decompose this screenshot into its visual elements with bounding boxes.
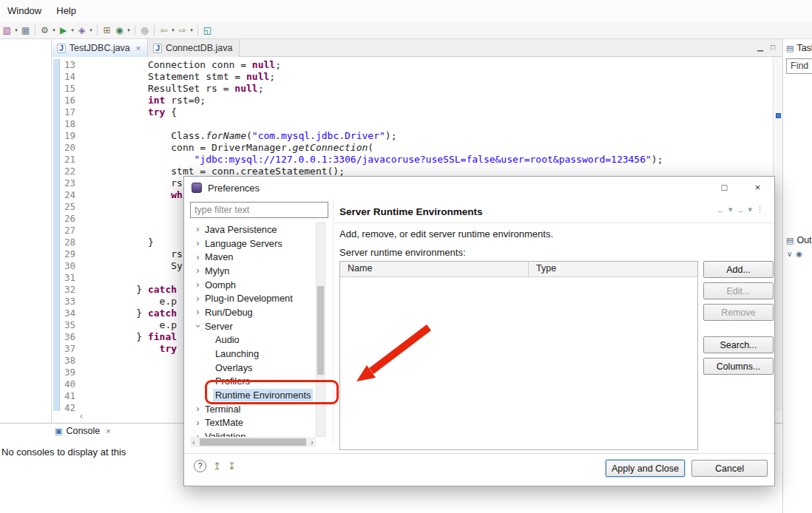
tree-item-java-persistence[interactable]: ›Java Persistence: [190, 222, 315, 237]
column-header-name[interactable]: Name: [340, 262, 529, 276]
column-header-type[interactable]: Type: [529, 262, 697, 276]
preferences-tree[interactable]: ›Java Persistence›Language Servers›Maven…: [190, 222, 315, 437]
server-table-label: Server runtime environments:: [339, 247, 466, 258]
help-icon[interactable]: ?: [194, 460, 206, 472]
dropdown-caret-icon[interactable]: ▾: [189, 27, 194, 33]
dropdown-caret-icon[interactable]: ▾: [170, 27, 176, 33]
outline-view-header[interactable]: ▤ Out: [783, 231, 812, 245]
save-icon[interactable]: ▦: [19, 25, 32, 35]
chevron-collapsed-icon[interactable]: ›: [193, 238, 203, 248]
tree-item-mylyn[interactable]: ›Mylyn: [190, 264, 315, 278]
chevron-collapsed-icon[interactable]: ›: [193, 418, 203, 428]
edit-button[interactable]: Edit...: [703, 282, 774, 299]
tree-item-maven[interactable]: ›Maven: [190, 250, 315, 264]
dialog-button-column: Add...Edit...RemoveSearch...Columns...: [703, 261, 774, 379]
chevron-down-icon[interactable]: ∨: [787, 250, 792, 258]
dropdown-caret-icon[interactable]: ▾: [51, 27, 57, 33]
close-icon[interactable]: ×: [106, 427, 110, 435]
run-tool-icon[interactable]: ◈: [75, 25, 88, 35]
columns-button[interactable]: Columns...: [703, 358, 774, 375]
filter-input[interactable]: [190, 202, 328, 218]
scroll-left-icon[interactable]: ‹: [190, 438, 197, 446]
minimize-icon[interactable]: ▁: [757, 43, 763, 56]
chevron-collapsed-icon[interactable]: ›: [193, 279, 203, 290]
dialog-footer-icons: ?↥↧: [194, 460, 236, 472]
menu-item-window[interactable]: Window: [7, 5, 41, 16]
new-class-icon[interactable]: ◉: [113, 25, 126, 35]
focus-icon[interactable]: ◉: [796, 250, 802, 258]
close-icon[interactable]: ×: [136, 44, 141, 52]
code-line: conn = DriverManager.getConnection(: [78, 142, 773, 154]
tree-item-plug-in-development[interactable]: ›Plug-in Development: [190, 291, 315, 305]
tree-item-overlays[interactable]: Overlays: [190, 361, 315, 375]
dropdown-caret-icon[interactable]: ▾: [126, 27, 132, 33]
tree-item-audio[interactable]: Audio: [190, 333, 315, 347]
maximize-icon[interactable]: □: [708, 177, 741, 199]
debug-icon[interactable]: ⚙: [38, 25, 51, 35]
forward-icon[interactable]: ⇨: [176, 25, 189, 35]
task-find-field[interactable]: Find: [786, 58, 812, 74]
chevron-collapsed-icon[interactable]: ›: [193, 404, 203, 414]
tree-horizontal-scrollbar[interactable]: ‹ ›: [190, 437, 316, 447]
task-view-header[interactable]: ▤ Task: [783, 39, 812, 53]
tree-item-textmate[interactable]: ›TextMate: [190, 416, 315, 430]
tree-vertical-scrollbar[interactable]: [316, 222, 325, 437]
back-icon[interactable]: ⇦: [158, 25, 170, 35]
view-menu-icon[interactable]: ⋮: [756, 205, 764, 214]
back-icon[interactable]: ←: [717, 205, 725, 214]
editor-tab-connectdb-java[interactable]: JConnectDB.java: [148, 39, 240, 57]
forward-icon[interactable]: →: [736, 205, 744, 214]
add-button[interactable]: Add...: [703, 261, 774, 278]
code-line: Connection conn = null;: [78, 59, 773, 71]
console-tab[interactable]: ▣ Console ×: [55, 426, 111, 436]
tree-item-label: Overlays: [213, 361, 255, 374]
chevron-collapsed-icon[interactable]: ›: [193, 252, 203, 262]
tree-item-language-servers[interactable]: ›Language Servers: [190, 237, 315, 251]
search-button[interactable]: Search...: [703, 336, 774, 353]
maximize-icon[interactable]: □: [771, 43, 775, 56]
scroll-right-icon[interactable]: ›: [308, 438, 316, 446]
editor-tabs: JTestJDBC.java×JConnectDB.java: [52, 39, 240, 56]
editor-tab-testjdbc-java[interactable]: JTestJDBC.java×: [52, 39, 148, 57]
search-icon[interactable]: ◎: [138, 25, 151, 35]
import-preferences-icon[interactable]: ↧: [228, 461, 236, 472]
back-menu-icon[interactable]: ▾: [728, 205, 733, 214]
apply-and-close-button[interactable]: Apply and Close: [606, 460, 685, 477]
console-icon: ▣: [55, 427, 62, 436]
chevron-collapsed-icon[interactable]: ›: [193, 265, 203, 276]
chevron-collapsed-icon[interactable]: ›: [193, 293, 203, 304]
export-preferences-icon[interactable]: ↥: [213, 461, 221, 472]
forward-menu-icon[interactable]: ▾: [748, 205, 752, 214]
outline-icon: ▤: [786, 236, 794, 245]
scroll-left-icon[interactable]: ‹: [80, 411, 83, 421]
left-rail: [0, 39, 52, 423]
new-java-project-icon[interactable]: ⊞: [101, 25, 113, 35]
open-task-icon[interactable]: ◱: [201, 25, 214, 35]
run-icon[interactable]: ▶: [57, 25, 70, 35]
tree-item-validation[interactable]: ›Validation: [190, 429, 315, 437]
chevron-collapsed-icon[interactable]: ›: [193, 432, 203, 437]
dropdown-caret-icon[interactable]: ▾: [88, 27, 94, 33]
chevron-collapsed-icon[interactable]: ›: [193, 307, 203, 317]
tree-item-server[interactable]: ›Server: [190, 319, 315, 333]
new-wizard-icon[interactable]: ▧: [1, 25, 13, 35]
dialog-title-bar[interactable]: Preferences □×: [184, 177, 774, 199]
chevron-collapsed-icon[interactable]: ›: [193, 224, 203, 234]
page-description: Add, remove, or edit server runtime envi…: [339, 228, 553, 239]
chevron-expanded-icon[interactable]: ›: [193, 322, 203, 331]
tree-item-run-debug[interactable]: ›Run/Debug: [190, 305, 315, 319]
dropdown-caret-icon[interactable]: ▾: [70, 27, 75, 33]
dropdown-caret-icon[interactable]: ▾: [13, 27, 19, 33]
task-view-title: Task: [796, 43, 812, 53]
scrollbar-thumb[interactable]: [317, 286, 324, 375]
tree-item-label: Run/Debug: [203, 306, 255, 319]
scrollbar-thumb[interactable]: [200, 438, 306, 446]
cancel-button[interactable]: Cancel: [691, 460, 768, 477]
close-icon[interactable]: ×: [741, 177, 774, 199]
tree-item-oomph[interactable]: ›Oomph: [190, 278, 315, 292]
tree-item-label: Mylyn: [203, 265, 231, 277]
tree-item-launching[interactable]: Launching: [190, 347, 315, 361]
menu-item-help[interactable]: Help: [56, 5, 76, 16]
preferences-dialog-icon: [192, 183, 202, 193]
remove-button[interactable]: Remove: [703, 304, 774, 321]
